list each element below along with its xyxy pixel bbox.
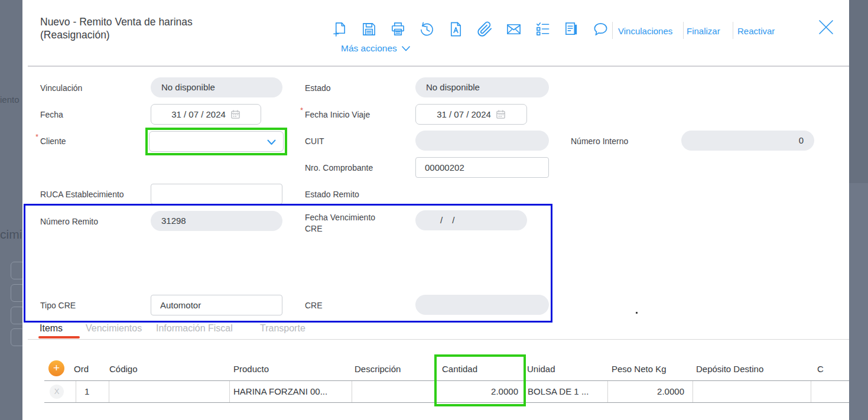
col-header-deposito-destino: Depósito Destino — [696, 364, 763, 374]
backdrop-text-fragment: iento — [0, 95, 19, 105]
page-title-line2: (Reasignación) — [40, 28, 193, 41]
tab-transporte[interactable]: Transporte — [260, 323, 305, 334]
col-header-truncated: C — [817, 364, 824, 374]
more-actions-button[interactable]: Más acciones — [341, 43, 410, 54]
header-divider — [733, 22, 733, 39]
table-border — [44, 380, 849, 381]
cell-ord[interactable]: 1 — [84, 386, 89, 396]
col-header-unidad: Unidad — [527, 364, 555, 374]
chevron-down-icon — [267, 139, 276, 145]
fecha-inicio-viaje-value: 31 / 07 / 2024 — [437, 109, 491, 119]
screen: iento cimi Nuevo - Remito Venta de harin… — [0, 0, 868, 420]
tipo-cre-label: Tipo CRE — [40, 301, 76, 310]
tab-items[interactable]: Items — [40, 323, 63, 334]
calendar-icon[interactable] — [230, 109, 240, 119]
close-icon[interactable] — [817, 18, 835, 36]
reactivar-link[interactable]: Reactivar — [737, 26, 775, 36]
tipo-cre-input[interactable] — [151, 295, 282, 315]
col-header-peso-neto-kg: Peso Neto Kg — [612, 364, 667, 374]
vinculacion-field: No disponible — [151, 77, 282, 97]
cre-label: CRE — [305, 301, 323, 310]
backdrop-right — [849, 0, 868, 183]
fecha-input[interactable]: 31 / 07 / 2024 — [151, 104, 261, 125]
add-row-button[interactable]: + — [48, 360, 64, 376]
print-icon[interactable] — [390, 21, 406, 37]
required-asterisk: * — [300, 106, 303, 115]
col-header-codigo: Código — [109, 364, 138, 374]
fecha-vencimiento-cre-label: Fecha Vencimiento CRE — [305, 212, 394, 235]
ruca-establecimiento-input[interactable] — [151, 184, 282, 204]
more-actions-label: Más acciones — [341, 43, 397, 54]
page-title-line1: Nuevo - Remito Venta de harinas — [40, 15, 193, 28]
fecha-value: 31 / 07 / 2024 — [171, 109, 226, 119]
numero-interno-field: 0 — [681, 131, 814, 151]
page-title: Nuevo - Remito Venta de harinas (Reasign… — [40, 15, 193, 41]
tab-rule — [28, 339, 849, 340]
header-rule — [28, 66, 849, 67]
nro-comprobante-label: Nro. Comprobante — [305, 163, 373, 172]
cursor-dot — [636, 312, 638, 314]
remito-dialog: Nuevo - Remito Venta de harinas (Reasign… — [22, 0, 849, 420]
cliente-select[interactable] — [149, 131, 284, 152]
fecha-vencimiento-cre-field: / / — [415, 210, 527, 230]
col-header-descripcion: Descripción — [355, 364, 401, 374]
document-a-icon[interactable] — [448, 21, 464, 37]
cell-unidad[interactable]: BOLSA DE 1 ... — [528, 386, 589, 396]
cuit-field — [415, 131, 549, 151]
fecha-inicio-viaje-input[interactable]: 31 / 07 / 2024 — [415, 104, 527, 125]
toolbar — [332, 21, 609, 37]
table-col-border — [352, 381, 352, 402]
history-icon[interactable] — [419, 21, 435, 37]
copy-document-icon[interactable] — [564, 21, 580, 37]
vinculaciones-link[interactable]: Vinculaciones — [618, 26, 672, 36]
calendar-icon[interactable] — [496, 109, 506, 119]
col-header-ord: Ord — [74, 364, 89, 374]
backdrop-text-fragment: cimi — [0, 227, 22, 242]
backdrop-button-outline — [11, 262, 22, 279]
table-col-border — [76, 381, 76, 402]
estado-label: Estado — [305, 83, 331, 93]
finalizar-link[interactable]: Finalizar — [687, 26, 720, 36]
backdrop-button-outline — [11, 284, 22, 302]
active-tab-underline — [38, 336, 80, 338]
fecha-label: Fecha — [40, 110, 63, 119]
table-col-border — [693, 381, 693, 402]
table-col-border — [525, 381, 525, 402]
header-divider — [683, 22, 684, 39]
fecha-inicio-viaje-label: Fecha Inicio Viaje — [305, 110, 370, 119]
vinculacion-label: Vinculación — [40, 83, 82, 93]
header-divider — [612, 22, 613, 39]
cell-producto[interactable]: HARINA FORZANI 00... — [233, 386, 327, 396]
comment-icon[interactable] — [593, 21, 609, 37]
tab-informacion-fiscal[interactable]: Información Fiscal — [156, 323, 233, 334]
numero-remito-label: Número Remito — [40, 217, 98, 226]
cliente-label: Cliente — [40, 136, 66, 146]
chevron-down-icon — [402, 46, 410, 51]
estado-field: No disponible — [415, 77, 549, 97]
email-icon[interactable] — [506, 21, 522, 37]
nro-comprobante-input[interactable] — [415, 157, 549, 178]
required-asterisk: * — [35, 132, 38, 141]
col-header-cantidad: Cantidad — [442, 364, 477, 374]
table-col-border — [109, 381, 109, 402]
tab-vencimientos[interactable]: Vencimientos — [86, 323, 142, 334]
attachment-icon[interactable] — [477, 21, 493, 37]
col-header-producto: Producto — [233, 364, 269, 374]
estado-remito-label: Estado Remito — [305, 190, 359, 199]
numero-interno-label: Número Interno — [571, 136, 628, 146]
backdrop-left: iento cimi — [0, 0, 22, 420]
table-border — [44, 402, 849, 403]
new-document-icon[interactable] — [332, 21, 348, 37]
checklist-icon[interactable] — [535, 21, 551, 37]
cell-peso-neto-kg[interactable]: 2.0000 — [607, 386, 684, 396]
table-col-border — [811, 381, 811, 402]
backdrop-button-outline — [11, 307, 22, 324]
table-col-border — [229, 381, 230, 402]
ruca-establecimiento-label: RUCA Establecimiento — [40, 190, 124, 199]
save-icon[interactable] — [361, 21, 377, 37]
numero-remito-field: 31298 — [151, 211, 282, 231]
backdrop-right — [849, 183, 868, 420]
backdrop-button-outline — [11, 328, 22, 346]
cell-cantidad[interactable]: 2.0000 — [435, 386, 518, 396]
delete-row-button[interactable]: X — [50, 385, 64, 399]
